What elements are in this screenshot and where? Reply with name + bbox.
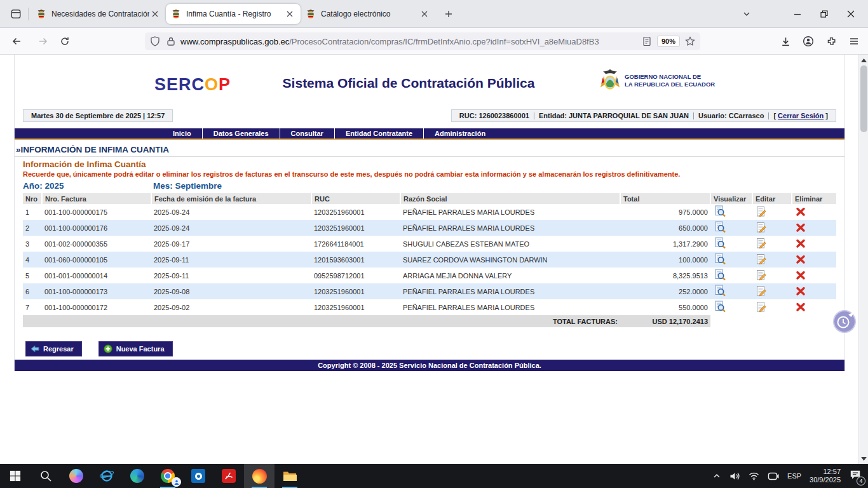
cell-factura: 001-001-000000014 bbox=[42, 268, 151, 283]
shield-icon[interactable] bbox=[150, 36, 160, 46]
reload-icon[interactable] bbox=[56, 32, 74, 50]
editar-icon[interactable] bbox=[756, 254, 766, 265]
cell-factura: 001-100-000000175 bbox=[42, 204, 151, 220]
menu-item-inicio[interactable]: Inicio bbox=[162, 128, 202, 139]
editar-icon[interactable] bbox=[756, 285, 766, 297]
file-explorer-icon[interactable] bbox=[275, 464, 305, 488]
tab-separator bbox=[28, 8, 29, 20]
scroll-up-arrow[interactable] bbox=[859, 55, 868, 65]
menu-item-administracion[interactable]: Administración bbox=[424, 128, 496, 139]
usuario-label: Usuario: CCarrasco bbox=[698, 112, 764, 119]
ruc-value: 1260023860001 bbox=[478, 112, 529, 119]
volume-icon[interactable] bbox=[729, 471, 740, 481]
extensions-puzzle-icon[interactable] bbox=[822, 32, 840, 50]
firefox-view-icon[interactable] bbox=[6, 4, 25, 24]
regresar-label: Regresar bbox=[43, 345, 74, 353]
url-bar[interactable]: www.compraspublicas.gob.ec/ProcesoContra… bbox=[145, 32, 700, 50]
regresar-button[interactable]: Regresar bbox=[25, 341, 82, 356]
notification-center-icon[interactable]: 4 bbox=[849, 469, 862, 483]
restore-button[interactable] bbox=[811, 0, 837, 28]
wifi-icon[interactable] bbox=[749, 471, 759, 480]
back-icon[interactable] bbox=[8, 32, 25, 50]
visualizar-icon[interactable] bbox=[714, 301, 726, 313]
search-icon[interactable] bbox=[31, 464, 61, 488]
menu-item-consultar[interactable]: Consultar bbox=[280, 128, 334, 139]
bookmark-star-icon[interactable] bbox=[685, 36, 695, 46]
minimize-button[interactable] bbox=[784, 0, 811, 28]
tab-close-icon[interactable] bbox=[419, 8, 430, 20]
visualizar-icon[interactable] bbox=[714, 205, 726, 217]
cell-editar bbox=[752, 283, 792, 299]
meet-now-icon[interactable] bbox=[768, 471, 779, 481]
logout-link[interactable]: Cerrar Sesión bbox=[778, 112, 824, 119]
menu-item-entidad-contratante[interactable]: Entidad Contratante bbox=[335, 128, 423, 139]
scrollbar-thumb[interactable] bbox=[860, 65, 867, 132]
visualizar-icon[interactable] bbox=[714, 221, 726, 233]
eliminar-icon[interactable] bbox=[796, 286, 806, 296]
ruc-label: RUC: 1260023860001 bbox=[459, 112, 529, 119]
column-header-editar: Editar bbox=[752, 193, 792, 204]
column-header-factura: Nro. Factura bbox=[42, 193, 151, 204]
downloads-icon[interactable] bbox=[776, 32, 794, 50]
cell-eliminar bbox=[792, 220, 836, 236]
close-button[interactable] bbox=[837, 0, 864, 28]
language-indicator[interactable]: ESP bbox=[787, 472, 801, 480]
column-header-nro: Nro bbox=[23, 193, 42, 204]
tray-chevron-icon[interactable] bbox=[712, 471, 721, 480]
main-menu: Inicio Datos Generales Consultar Entidad… bbox=[15, 128, 844, 140]
zoom-level-indicator[interactable]: 90% bbox=[657, 36, 680, 47]
eliminar-icon[interactable] bbox=[796, 207, 806, 217]
cell-factura: 001-002-000000355 bbox=[42, 236, 151, 252]
reader-mode-icon[interactable] bbox=[642, 36, 652, 46]
account-icon[interactable] bbox=[799, 32, 817, 50]
editar-icon[interactable] bbox=[756, 301, 766, 313]
browser-tab-2-active[interactable]: Infima Cuantía - Registro bbox=[166, 4, 301, 24]
logo-part: SERC bbox=[154, 75, 205, 94]
lock-icon[interactable] bbox=[166, 36, 175, 46]
cell-nro: 6 bbox=[23, 283, 42, 299]
copilot-icon[interactable] bbox=[61, 464, 92, 488]
visualizar-icon[interactable] bbox=[714, 285, 726, 297]
editar-icon[interactable] bbox=[756, 222, 766, 233]
separator bbox=[693, 112, 694, 119]
outlook-icon[interactable] bbox=[183, 464, 214, 488]
tab-close-icon[interactable] bbox=[149, 8, 161, 20]
browser-tab-3[interactable]: Catálogo electrónico bbox=[301, 3, 435, 25]
system-tray: ESP 12:5730/9/2025 4 bbox=[712, 468, 868, 484]
new-tab-button[interactable] bbox=[439, 4, 458, 24]
scroll-down-arrow[interactable] bbox=[859, 454, 868, 463]
floating-timer-widget[interactable] bbox=[832, 309, 857, 334]
internet-explorer-icon[interactable] bbox=[92, 464, 122, 488]
nueva-factura-button[interactable]: Nueva Factura bbox=[98, 341, 173, 356]
hamburger-menu-icon[interactable] bbox=[845, 32, 863, 50]
cell-total: 8,325.9513 bbox=[620, 268, 710, 283]
eliminar-icon[interactable] bbox=[796, 238, 806, 248]
cell-visualizar bbox=[710, 299, 752, 315]
vertical-scrollbar[interactable] bbox=[858, 55, 868, 464]
tab-list-chevron-icon[interactable] bbox=[737, 4, 756, 24]
editar-icon[interactable] bbox=[756, 206, 766, 217]
edge-icon[interactable] bbox=[122, 464, 153, 488]
editar-icon[interactable] bbox=[756, 269, 766, 281]
firefox-icon[interactable] bbox=[244, 464, 275, 488]
menu-item-datos-generales[interactable]: Datos Generales bbox=[203, 128, 280, 139]
eliminar-icon[interactable] bbox=[796, 254, 806, 264]
browser-tab-1[interactable]: Necesidades de Contratación y bbox=[31, 3, 166, 25]
visualizar-icon[interactable] bbox=[714, 253, 726, 265]
eliminar-icon[interactable] bbox=[796, 270, 806, 280]
back-arrow-icon bbox=[31, 345, 39, 353]
tab-close-icon[interactable] bbox=[284, 8, 295, 20]
forward-icon[interactable] bbox=[34, 32, 52, 50]
eliminar-icon[interactable] bbox=[796, 222, 806, 233]
breadcrumb: »INFORMACIÓN DE INFIMA CUANTIA bbox=[15, 144, 844, 157]
acrobat-icon[interactable] bbox=[214, 464, 244, 488]
eliminar-icon[interactable] bbox=[796, 302, 806, 312]
visualizar-icon[interactable] bbox=[714, 269, 726, 281]
ecuador-coat-of-arms bbox=[599, 67, 621, 94]
visualizar-icon[interactable] bbox=[714, 237, 726, 249]
start-button[interactable] bbox=[0, 464, 31, 488]
chrome-icon[interactable] bbox=[153, 464, 183, 488]
taskbar-clock[interactable]: 12:5730/9/2025 bbox=[810, 468, 841, 484]
datetime-box: Martes 30 de Septiembre de 2025 | 12:57 bbox=[23, 109, 173, 122]
editar-icon[interactable] bbox=[756, 238, 766, 249]
